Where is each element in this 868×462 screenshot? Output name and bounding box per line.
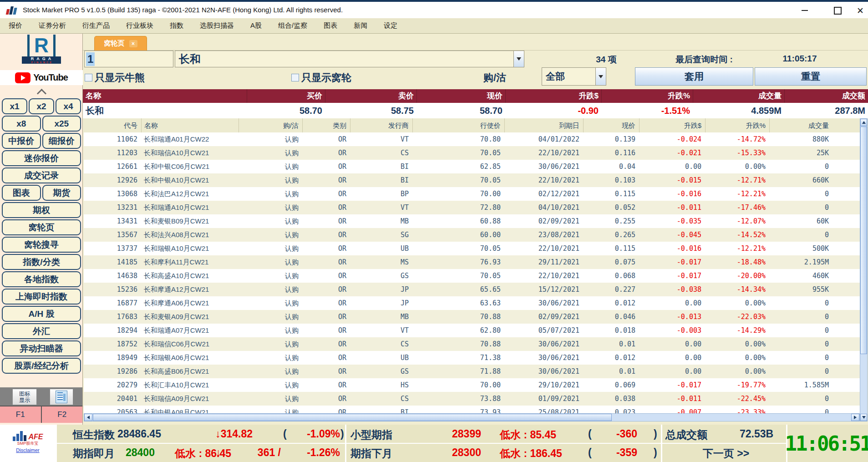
horizontal-scrollbar[interactable] [84, 413, 860, 421]
sidebar-button[interactable]: 上海即时指数 [2, 289, 81, 305]
icon-display-button[interactable]: 图标 显示 [12, 389, 37, 405]
warrant-cell: 0.052 [583, 203, 639, 212]
scroll-down-arrow-icon[interactable] [860, 414, 867, 421]
warrant-row[interactable]: 13231长和瑞通A10月CW21认购ORVT72.8004/10/20210.… [84, 201, 860, 214]
sidebar-button[interactable]: 外汇 [2, 323, 81, 339]
menu-item-10[interactable]: 新闻 [354, 21, 367, 30]
warrant-row[interactable]: 13737长和瑞银A10月CW21认购ORUB70.0522/10/20210.… [84, 242, 860, 255]
icon-display-label-1: 图标 [19, 391, 30, 397]
vertical-scrollbar-thumb[interactable] [860, 127, 867, 354]
reset-button[interactable]: 重置 [755, 67, 867, 86]
warrant-row[interactable]: 14185长和摩利A11月CW21认购ORMS76.9329/11/20210.… [84, 255, 860, 269]
warrant-row[interactable]: 18752长和瑞信C06月CW21认购ORCS70.8830/06/20210.… [84, 337, 860, 351]
warrant-row[interactable]: 19286长和高盛B06月CW21认购ORGS71.8830/06/20210.… [84, 365, 860, 378]
minimize-icon[interactable] [795, 5, 815, 16]
call-put-combobox[interactable]: 全部 [542, 67, 606, 86]
warrant-row[interactable]: 11062长和瑞通A01月CW22认购ORVT70.8004/01/20220.… [84, 132, 860, 146]
warrant-row[interactable]: 13431长和麦银B09月CW21认购ORMB60.8802/09/20210.… [84, 214, 860, 228]
warrant-row[interactable]: 18949长和瑞银A06月CW21认购ORUB71.3830/06/20210.… [84, 351, 860, 365]
sidebar-button[interactable]: 细报价 [42, 133, 81, 149]
warrant-header-cell: 行使价 [412, 118, 504, 132]
menu-item-1[interactable]: 报价 [9, 21, 22, 30]
menu-item-8[interactable]: 组合/监察 [278, 21, 307, 30]
stock-summary-row[interactable]: 长和58.7058.7558.70-0.90-1.51%4.859M287.8M [83, 103, 868, 118]
stock-cell: 287.8M [784, 106, 868, 116]
warrant-cell: 认购 [239, 272, 302, 280]
warrant-row[interactable]: 11203长和瑞信A10月CW21认购ORCS70.0522/10/20210.… [84, 146, 860, 160]
stock-name-value: 长和 [175, 52, 513, 66]
sidebar-button[interactable]: x4 [56, 98, 81, 114]
menu-item-5[interactable]: 指数 [170, 21, 183, 30]
sidebar-button[interactable]: x8 [2, 116, 41, 132]
vertical-scrollbar[interactable] [860, 118, 868, 421]
dropdown-arrow-icon[interactable] [513, 51, 524, 67]
horizontal-scrollbar-thumb[interactable] [93, 414, 612, 421]
warrant-row[interactable]: 12926长和中银A10月CW21认购ORBI70.0522/10/20210.… [84, 173, 860, 187]
sidebar-button[interactable]: 成交记录 [2, 168, 81, 183]
close-icon[interactable]: ✕ [850, 5, 868, 16]
sidebar-button[interactable]: 异动扫瞄器 [2, 340, 81, 356]
sidebar-button[interactable]: 各地指数 [2, 271, 81, 287]
youtube-button[interactable]: YouTube [0, 70, 83, 85]
sidebar-button[interactable]: 迷你报价 [2, 150, 81, 166]
tab-close-icon[interactable]: × [129, 40, 137, 47]
warrant-cell: 72.80 [412, 203, 504, 212]
warrant-row[interactable]: 20563长和中银A08月CW21认购ORBI73.9325/08/20210.… [84, 406, 860, 413]
warrant-row[interactable]: 13068长和法巴A12月CW21认购ORBP70.0002/12/20210.… [84, 187, 860, 201]
sidebar-button[interactable]: 窝轮搜寻 [2, 237, 81, 253]
warrant-row[interactable]: 15236长和摩通A12月CW21认购ORJP65.6515/12/20210.… [84, 283, 860, 296]
warrant-only-checkbox[interactable] [291, 74, 299, 81]
bull-bear-checkbox[interactable] [85, 74, 92, 81]
warrant-row[interactable]: 20279长和汇丰A10月CW21认购ORHS70.0029/10/20210.… [84, 378, 860, 392]
disclaimer-link[interactable]: Disclaimer [16, 447, 39, 453]
sidebar-button[interactable]: 股票/经纪分析 [2, 358, 81, 374]
stock-name-combobox[interactable]: 长和 [175, 51, 524, 67]
report-view-button[interactable] [50, 389, 73, 405]
warrant-cell: 20401 [84, 395, 141, 403]
sidebar-button[interactable]: 中报价 [2, 133, 41, 149]
warrant-cell: OR [302, 176, 350, 184]
sidebar-button[interactable]: 期货 [42, 185, 81, 201]
maximize-icon[interactable] [827, 5, 848, 16]
menu-item-4[interactable]: 行业板块 [126, 21, 153, 30]
scroll-right-arrow-icon[interactable] [851, 414, 859, 421]
warrant-cell: 0.012 [583, 299, 639, 307]
menu-item-7[interactable]: A股 [250, 21, 262, 30]
warrant-cell: OR [302, 367, 350, 376]
stock-code-input[interactable]: 1 [84, 51, 173, 67]
sidebar-button[interactable]: x25 [42, 116, 81, 132]
warrant-row[interactable]: 17683长和麦银A09月CW21认购ORMB70.8802/09/20210.… [84, 310, 860, 324]
f1-button[interactable]: F1 [0, 406, 42, 423]
warrant-row[interactable]: 14638长和高盛A10月CW21认购ORGS70.0522/10/20210.… [84, 269, 860, 283]
menu-item-6[interactable]: 选股扫描器 [200, 21, 234, 30]
warrant-cell: 0 [769, 408, 832, 413]
apply-button[interactable]: 套用 [635, 67, 753, 86]
menu-item-9[interactable]: 图表 [324, 21, 337, 30]
menu-item-11[interactable]: 设定 [384, 21, 397, 30]
warrant-cell: 70.05 [412, 176, 504, 184]
sidebar-button[interactable]: A/H 股 [2, 306, 81, 322]
scroll-up-arrow-icon[interactable] [860, 119, 867, 126]
sidebar-button[interactable]: 图表 [2, 185, 41, 201]
warrant-row[interactable]: 13567长和法兴A08月CW21认购ORSG60.0023/08/20210.… [84, 228, 860, 242]
turnover-label: 总成交额 [665, 428, 707, 442]
menu-item-2[interactable]: 证券分析 [39, 21, 66, 30]
warrant-row[interactable]: 20401长和瑞信A09月CW21认购ORCS73.8801/09/20210.… [84, 392, 860, 406]
tab-warrant-page[interactable]: 窝轮页 × [94, 36, 147, 51]
f2-button[interactable]: F2 [42, 406, 83, 423]
dropdown-arrow-icon[interactable] [595, 68, 606, 85]
sidebar-button[interactable]: 期权 [2, 202, 81, 218]
warrant-row[interactable]: 18294长和瑞通A07月CW21认购ORVT62.8005/07/20210.… [84, 324, 860, 337]
warrant-row[interactable]: 12661长和中银C06月CW21认购ORBI62.8530/06/20210.… [84, 160, 860, 173]
collapse-chevron-icon[interactable] [0, 88, 83, 96]
youtube-label: YouTube [33, 72, 68, 83]
scroll-left-arrow-icon[interactable] [84, 414, 92, 421]
next-page-button[interactable]: 下一页 >> [674, 447, 778, 461]
sidebar-button[interactable]: x1 [2, 98, 27, 114]
warrant-row[interactable]: 16877长和摩通A06月CW21认购ORJP63.6330/06/20210.… [84, 296, 860, 310]
menu-item-3[interactable]: 衍生产品 [82, 21, 110, 30]
sidebar-button[interactable]: 窝轮页 [2, 219, 81, 235]
sidebar-button[interactable]: 指数/分类 [2, 254, 81, 270]
sidebar-button[interactable]: x2 [29, 98, 54, 114]
raga-finance-logo[interactable]: R RAGA FINANCE [22, 35, 61, 68]
